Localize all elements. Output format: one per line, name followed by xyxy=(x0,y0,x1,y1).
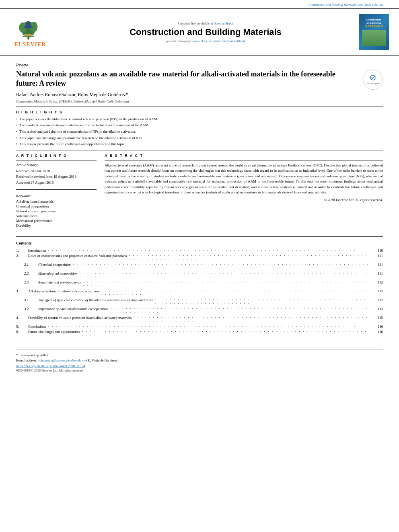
journal-center-header: Contents lists available at ScienceDirec… xyxy=(56,21,355,43)
corresponding-author-note: * Corresponding author. xyxy=(16,353,383,357)
check-updates-icon xyxy=(368,74,378,82)
contents-number-7: 3.1. xyxy=(16,298,38,302)
contents-section: Contents 1.Introduction · · · · · · · · … xyxy=(16,236,383,337)
contents-number-10: 5. xyxy=(16,325,28,329)
contents-number-5: 2.3. xyxy=(16,280,38,284)
cover-materials-text: MATERIALS xyxy=(364,25,383,28)
contents-page-3: 111 xyxy=(371,263,383,267)
contents-dots-5: · · · · · · · · · · · · · · · · · · · · … xyxy=(81,281,371,288)
svg-rect-6 xyxy=(24,27,27,28)
email-address[interactable]: ruby.mejia@correounivalle.edu.co xyxy=(38,358,86,362)
main-content: Review Natural volcanic pozzolans as an … xyxy=(0,55,399,376)
keyword-1: Alkali-activated materials xyxy=(16,199,97,203)
homepage-url[interactable]: www.elsevier.com/locate/conbuildmat xyxy=(193,39,245,43)
review-label: Review xyxy=(16,63,383,67)
contents-page-10: 116 xyxy=(371,325,383,329)
contents-page-1: 110 xyxy=(371,249,383,253)
contents-heading: Contents xyxy=(16,241,383,245)
abstract-column: A B S T R A C T Alkali-activated materia… xyxy=(105,154,383,228)
contents-dots-10: · · · · · · · · · · · · · · · · · · · · … xyxy=(46,325,371,329)
cover-title-text: Constructionand Building xyxy=(366,18,381,25)
doi-link[interactable]: https://doi.org/10.1016/j.conbuildmat.20… xyxy=(16,364,383,368)
journal-cover-box: Constructionand Building MATERIALS xyxy=(359,14,389,50)
contents-dots-7: · · · · · · · · · · · · · · · · · · · · … xyxy=(152,298,371,306)
keyword-2: Chemical composition xyxy=(16,204,97,208)
contents-page-2: 111 xyxy=(371,254,383,258)
journal-title: Construction and Building Materials xyxy=(56,27,355,37)
copyright-line: © 2018 Elsevier Ltd. All rights reserved… xyxy=(105,198,383,202)
highlights-heading: H I G H L I G H T S xyxy=(16,110,383,114)
contents-row-6: 3.Alkaline activation of natural volcani… xyxy=(16,289,383,297)
title-area: Natural volcanic pozzolans as an availab… xyxy=(16,70,383,88)
corresponding-author-text: * Corresponding author. xyxy=(16,353,49,357)
contents-row-9: 4.Durability of natural volcanic pozzola… xyxy=(16,316,383,323)
contents-title-3: Chemical composition xyxy=(38,263,71,267)
abstract-divider xyxy=(105,160,383,160)
svg-point-4 xyxy=(27,21,30,25)
contents-row-2: 2.Roles of characteristics and propertie… xyxy=(16,254,383,261)
contents-page-7: 112 xyxy=(371,298,383,302)
journal-ref-text: Construction and Building Materials 189 … xyxy=(309,3,383,7)
keywords-heading: Keywords: xyxy=(16,194,97,198)
contents-row-8: 3.2.Importance of calcium/aluminium inco… xyxy=(16,307,383,314)
contents-dots-6: · · · · · · · · · · · · · · · · · · · · … xyxy=(99,290,371,297)
highlights-list: The paper reviews the utilization of nat… xyxy=(16,117,383,147)
paper-title: Natural volcanic pozzolans as an availab… xyxy=(16,70,346,88)
abstract-heading: A B S T R A C T xyxy=(105,154,383,158)
contents-list: 1.Introduction · · · · · · · · · · · · ·… xyxy=(16,249,383,337)
highlight-item-5: This review presents the future challeng… xyxy=(16,142,383,147)
journal-homepage: journal homepage: www.elsevier.com/locat… xyxy=(56,39,355,43)
contents-row-11: 6.Future challenges and opportunities · … xyxy=(16,330,383,337)
sciencedirect-prefix: Contents lists available at xyxy=(178,21,213,25)
contents-number-8: 3.2. xyxy=(16,307,38,311)
accepted-date: Accepted 27 August 2018 xyxy=(16,180,97,185)
contents-title-11: Future challenges and opportunities xyxy=(28,330,80,334)
contents-title-5: Reactivity and pre-treatments xyxy=(38,280,81,284)
keyword-6: Durability xyxy=(16,224,97,228)
contents-row-3: 2.1.Chemical composition · · · · · · · ·… xyxy=(16,263,383,270)
received-date: Received 28 June 2018 xyxy=(16,168,97,174)
contents-page-11: 116 xyxy=(371,330,383,334)
authors-text: Rafael Andres Robayo-Salazar, Ruby Mejía… xyxy=(16,92,128,97)
svg-rect-7 xyxy=(30,27,33,28)
keyword-5: Mechanical performance xyxy=(16,219,97,223)
contents-page-6: 112 xyxy=(371,289,383,293)
contents-number-2: 2. xyxy=(16,254,28,258)
contents-title-4: Mineralogical composition xyxy=(38,271,78,275)
article-info-column: A R T I C L E I N F O Article history: R… xyxy=(16,154,97,228)
keyword-3: Natural volcanic pozzolans xyxy=(16,209,97,213)
contents-dots-3: · · · · · · · · · · · · · · · · · · · · … xyxy=(71,263,371,270)
sciencedirect-link[interactable]: ScienceDirect xyxy=(214,21,233,25)
svg-rect-9 xyxy=(24,34,33,36)
contents-row-4: 2.2.Mineralogical composition · · · · · … xyxy=(16,271,383,279)
contents-row-7: 3.1.The effect of type-concentration of … xyxy=(16,298,383,306)
contents-row-1: 1.Introduction · · · · · · · · · · · · ·… xyxy=(16,249,383,253)
issn-line: 0950-0618/© 2018 Elsevier Ltd. All right… xyxy=(16,369,383,372)
sciencedirect-line: Contents lists available at ScienceDirec… xyxy=(56,21,355,25)
contents-dots-9: · · · · · · · · · · · · · · · · · · · · … xyxy=(132,316,371,323)
elsevier-brand-text: ELSEVIER xyxy=(14,41,46,48)
check-updates-label: Check for updates xyxy=(366,82,380,85)
contents-dots-4: · · · · · · · · · · · · · · · · · · · · … xyxy=(78,272,371,279)
contents-page-8: 113 xyxy=(371,307,383,311)
elsevier-tree-icon xyxy=(12,16,48,41)
article-info-heading: A R T I C L E I N F O xyxy=(16,154,97,158)
contents-row-5: 2.3.Reactivity and pre-treatments · · · … xyxy=(16,280,383,288)
journal-cover: Constructionand Building MATERIALS xyxy=(359,14,391,50)
contents-title-1: Introduction xyxy=(28,249,46,253)
highlight-item-4: This paper can encourage and promote the… xyxy=(16,136,383,141)
page: Construction and Building Materials 189 … xyxy=(0,0,399,532)
elsevier-logo: ELSEVIER xyxy=(8,16,52,48)
contents-title-2: Roles of characteristics and properties … xyxy=(28,254,127,258)
contents-page-4: 111 xyxy=(371,271,383,275)
contents-title-10: Conclusions xyxy=(28,325,46,329)
contents-dots-11: · · · · · · · · · · · · · · · · · · · · … xyxy=(80,330,371,337)
email-label: E-mail address: xyxy=(16,358,37,362)
cover-image-area xyxy=(362,30,386,46)
divider-2 xyxy=(16,150,383,150)
info-divider-1 xyxy=(16,160,97,160)
svg-point-10 xyxy=(370,75,375,80)
contents-title-6: Alkaline activation of natural volcanic … xyxy=(28,289,99,293)
contents-number-6: 3. xyxy=(16,289,28,293)
abstract-text: Alkali-activated materials (AAM) represe… xyxy=(105,163,383,195)
